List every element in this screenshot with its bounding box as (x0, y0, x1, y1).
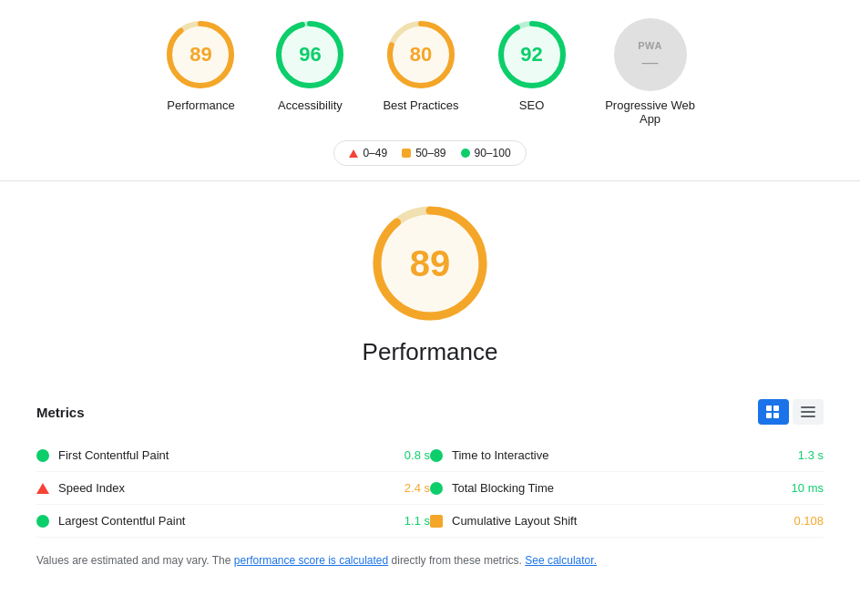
metrics-title: Metrics (36, 405, 85, 420)
tbt-indicator (430, 482, 443, 495)
svg-rect-14 (801, 406, 815, 408)
footer-text-1: Values are estimated and may vary. The (36, 554, 234, 567)
tbt-label: Total Blocking Time (452, 481, 784, 495)
lcp-label: Largest Contentful Paint (58, 514, 397, 528)
footer-text-2: directly from these metrics. (388, 554, 525, 567)
score-accessibility: 96 Accessibility (273, 18, 346, 126)
metric-cls: Cumulative Layout Shift 0.108 (430, 505, 824, 538)
metrics-header: Metrics (36, 399, 824, 425)
cls-value: 0.108 (793, 514, 824, 528)
metrics-right-column: Time to Interactive 1.3 s Total Blocking… (430, 439, 824, 538)
best-practices-gauge: 80 (384, 18, 457, 91)
cls-indicator (430, 515, 443, 528)
best-practices-label: Best Practices (383, 98, 458, 112)
list-icon (801, 406, 815, 418)
grid-view-button[interactable] (758, 399, 789, 425)
seo-label: SEO (519, 98, 544, 112)
performance-gauge: 89 (164, 18, 237, 91)
svg-rect-12 (766, 413, 772, 418)
accessibility-label: Accessibility (278, 98, 343, 112)
footer-note: Values are estimated and may vary. The p… (0, 538, 860, 584)
legend-orange: 50–89 (402, 147, 445, 159)
tti-indicator (430, 449, 443, 462)
view-toggle (758, 399, 824, 425)
svg-rect-16 (801, 416, 815, 417)
metric-lcp: Largest Contentful Paint 1.1 s (36, 505, 430, 538)
scores-row: 89 Performance 96 Accessibility (164, 18, 695, 126)
orange-square-icon (402, 149, 411, 158)
tti-value: 1.3 s (798, 448, 824, 462)
si-value: 2.4 s (404, 481, 430, 495)
si-label: Speed Index (58, 481, 397, 495)
score-performance: 89 Performance (164, 18, 237, 126)
metrics-section: Metrics (0, 399, 860, 538)
calculator-link[interactable]: See calculator. (525, 554, 597, 567)
main-section: 89 Performance (0, 181, 860, 399)
score-pwa: PWA — Progressive Web App (605, 18, 696, 126)
legend-red-label: 0–49 (363, 147, 387, 159)
grid-icon (766, 406, 781, 418)
main-performance-title: Performance (363, 338, 498, 366)
legend-green: 90–100 (461, 147, 511, 159)
si-indicator (36, 483, 49, 494)
legend-green-label: 90–100 (475, 147, 511, 159)
metric-fcp: First Contentful Paint 0.8 s (36, 439, 430, 472)
fcp-label: First Contentful Paint (58, 448, 397, 462)
score-legend: 0–49 50–89 90–100 (333, 140, 526, 166)
metric-tbt: Total Blocking Time 10 ms (430, 472, 824, 505)
tbt-value: 10 ms (792, 481, 824, 495)
svg-rect-10 (766, 406, 772, 411)
pwa-icon: PWA — (614, 18, 687, 91)
score-best-practices: 80 Best Practices (383, 18, 458, 126)
seo-score: 92 (520, 43, 542, 67)
best-practices-score: 80 (410, 43, 432, 67)
performance-score: 89 (189, 43, 211, 67)
list-view-button[interactable] (793, 399, 824, 425)
pwa-label: Progressive Web App (605, 98, 696, 126)
cls-label: Cumulative Layout Shift (452, 514, 786, 528)
accessibility-score: 96 (299, 43, 321, 67)
fcp-value: 0.8 s (404, 448, 430, 462)
svg-rect-11 (773, 406, 779, 411)
metrics-grid: First Contentful Paint 0.8 s Speed Index… (36, 439, 824, 538)
lcp-value: 1.1 s (404, 514, 430, 528)
main-performance-score: 89 (410, 243, 451, 284)
pwa-dash: — (642, 54, 659, 70)
metrics-left-column: First Contentful Paint 0.8 s Speed Index… (36, 439, 430, 538)
seo-gauge: 92 (496, 18, 568, 91)
performance-label: Performance (167, 98, 234, 112)
tti-label: Time to Interactive (452, 448, 791, 462)
accessibility-gauge: 96 (273, 18, 346, 91)
scores-section: 89 Performance 96 Accessibility (0, 0, 860, 181)
score-seo: 92 SEO (496, 18, 568, 126)
legend-orange-label: 50–89 (415, 147, 445, 159)
svg-rect-13 (773, 413, 779, 418)
metric-tti: Time to Interactive 1.3 s (430, 439, 824, 472)
red-triangle-icon (349, 149, 358, 158)
performance-score-link[interactable]: performance score is calculated (234, 554, 388, 567)
green-circle-icon (461, 149, 470, 158)
fcp-indicator (36, 449, 49, 462)
metric-si: Speed Index 2.4 s (36, 472, 430, 505)
pwa-text: PWA (638, 40, 662, 51)
legend-red: 0–49 (349, 147, 387, 159)
lcp-indicator (36, 515, 49, 528)
svg-rect-15 (801, 411, 815, 413)
main-performance-gauge: 89 (366, 200, 494, 327)
